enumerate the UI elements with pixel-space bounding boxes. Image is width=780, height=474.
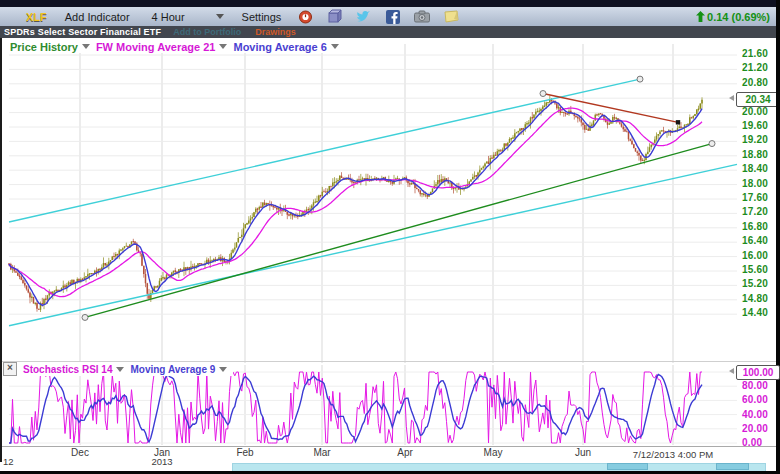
- legend-item-price-history[interactable]: Price History: [10, 41, 90, 53]
- trendline-handle[interactable]: [709, 141, 715, 147]
- price-axis-label: 19.20: [742, 134, 768, 145]
- price-axis-label: 14.40: [742, 307, 768, 318]
- up-arrow-icon: [696, 11, 705, 22]
- chevron-down-icon: [219, 44, 227, 49]
- drawings-link[interactable]: Drawings: [255, 27, 296, 37]
- pane-divider: [0, 361, 776, 362]
- legend-item-fw-moving-average-21[interactable]: FW Moving Average 21: [96, 41, 228, 53]
- axis-year-label: 2013: [151, 456, 172, 467]
- indicator-axis-arrow-icon: [729, 368, 734, 374]
- trendline-handle[interactable]: [676, 120, 680, 124]
- price-axis-label: 20.80: [742, 77, 768, 88]
- price-axis-label: 16.80: [742, 221, 768, 232]
- axis-year-left: 12: [3, 456, 14, 467]
- alarm-clock-icon[interactable]: [297, 9, 314, 25]
- price-chart-canvas[interactable]: [0, 38, 776, 363]
- legend-label: Stochastics RSI 14: [23, 364, 112, 375]
- twitter-icon[interactable]: [355, 9, 372, 25]
- trendline-handle[interactable]: [637, 76, 643, 82]
- camera-icon[interactable]: [413, 9, 430, 25]
- price-axis-label: 18.00: [742, 178, 768, 189]
- chevron-down-icon: [82, 44, 90, 49]
- window-top-strip: [0, 0, 780, 7]
- chevron-down-icon: [331, 44, 339, 49]
- price-axis-label: 15.20: [742, 278, 768, 289]
- price-axis-label: 18.40: [742, 163, 768, 174]
- indicator-axis-label: 20.00: [742, 423, 768, 434]
- price-axis-label: 19.60: [742, 120, 768, 131]
- facebook-icon[interactable]: [384, 9, 401, 25]
- window-right-border: [776, 0, 780, 474]
- price-axis-label: 21.60: [742, 48, 768, 59]
- legend-label: FW Moving Average 21: [96, 41, 216, 53]
- symbol-full-name: SPDRs Select Sector Financial ETF: [4, 27, 161, 37]
- support-line[interactable]: [85, 144, 712, 318]
- channel-lower[interactable]: [9, 164, 737, 325]
- price-axis-label: 20.00: [742, 106, 768, 117]
- indicator-axis-label: 80.00: [742, 380, 768, 391]
- chart-left-border: [0, 38, 2, 462]
- trendline-handle[interactable]: [82, 314, 88, 320]
- timeframe-value: 4 Hour: [152, 11, 185, 23]
- axis-divider: [0, 446, 776, 447]
- legend-label: Moving Average 9: [130, 364, 215, 375]
- legend-label: Price History: [10, 41, 78, 53]
- settings-button[interactable]: Settings: [242, 11, 282, 23]
- symbol-ticker-label[interactable]: XLF: [26, 11, 47, 23]
- axis-timestamp: 7/12/2013 4:00 PM: [633, 449, 713, 460]
- indicator-axis-box: 100.00: [736, 365, 780, 380]
- trendline-handle[interactable]: [540, 91, 546, 97]
- price-axis-label: 17.60: [742, 192, 768, 203]
- axis-month-label: Jun: [575, 447, 591, 458]
- main-toolbar: XLF Add Indicator 4 Hour Settings 0.14 (…: [0, 7, 776, 27]
- axis-month-label: Mar: [313, 447, 330, 458]
- indicator-axis-label: 40.00: [742, 409, 768, 420]
- axis-month-label: May: [484, 447, 503, 458]
- price-axis-label: 14.80: [742, 293, 768, 304]
- legend-item-stochastics-rsi-14[interactable]: Stochastics RSI 14: [23, 364, 124, 375]
- price-axis-label: 21.20: [742, 62, 768, 73]
- chart-application-window: XLF Add Indicator 4 Hour Settings 0.14 (…: [0, 0, 780, 474]
- price-change-readout: 0.14 (0.69%): [696, 11, 770, 23]
- axis-month-label: Dec: [71, 447, 89, 458]
- legend-item-moving-average-9[interactable]: Moving Average 9: [130, 364, 227, 375]
- timeframe-dropdown[interactable]: 4 Hour: [152, 11, 224, 23]
- cube-icon[interactable]: [326, 9, 343, 25]
- chevron-down-icon: [216, 14, 224, 19]
- price-axis-label: 18.80: [742, 149, 768, 160]
- price-axis-label: 16.00: [742, 250, 768, 261]
- scrollbar-thumb[interactable]: [607, 463, 648, 470]
- price-axis-label: 15.60: [742, 264, 768, 275]
- indicator-axis-label: 0.00: [742, 437, 762, 448]
- chevron-down-icon: [116, 367, 124, 372]
- price-pane-legend: Price HistoryFW Moving Average 21Moving …: [10, 40, 345, 53]
- axis-month-label: Feb: [236, 447, 253, 458]
- scrollbar-thumb[interactable]: [716, 463, 749, 470]
- axis-month-label: Apr: [397, 447, 413, 458]
- indicator-pane-legend: × Stochastics RSI 14Moving Average 9: [3, 362, 233, 376]
- channel-upper[interactable]: [9, 79, 640, 222]
- indicator-axis-label: 60.00: [742, 394, 768, 405]
- add-indicator-button[interactable]: Add Indicator: [65, 11, 130, 23]
- legend-item-moving-average-6[interactable]: Moving Average 6: [233, 41, 338, 53]
- add-to-portfolio-link[interactable]: Add to Portfolio: [173, 27, 241, 37]
- price-axis-label: 17.20: [742, 206, 768, 217]
- change-text: 0.14 (0.69%): [707, 11, 770, 23]
- legend-label: Moving Average 6: [233, 41, 326, 53]
- last-price-arrow-icon: [729, 95, 734, 101]
- close-indicator-button[interactable]: ×: [3, 362, 17, 376]
- sticky-note-icon[interactable]: [442, 9, 459, 25]
- chevron-down-icon: [219, 367, 227, 372]
- toolbar-icon-row: [297, 9, 459, 25]
- symbol-info-bar: SPDRs Select Sector Financial ETF Add to…: [0, 26, 776, 38]
- price-axis-label: 16.40: [742, 235, 768, 246]
